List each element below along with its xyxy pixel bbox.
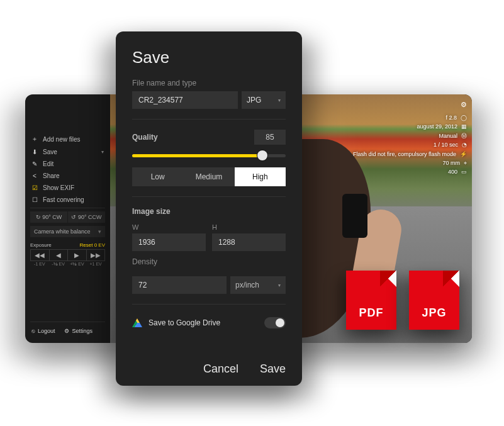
sidebar-item-label: Save (43, 149, 57, 155)
exposure-label: Exposure (30, 242, 52, 248)
lens-icon: ⌖ (464, 159, 467, 167)
image-size-label: Image size (132, 207, 286, 216)
calendar-icon: ▦ (461, 122, 467, 131)
exposure-stepper: ◀◀ ◀ ▶ ▶▶ (30, 249, 105, 261)
aperture-icon: ◯ (461, 113, 467, 122)
jpg-badge-label: JPG (409, 306, 459, 320)
quality-value[interactable]: 85 (254, 130, 286, 145)
exif-shutter: 1 / 10 sec (434, 140, 458, 149)
pdf-badge: PDF (346, 271, 396, 330)
divider (132, 304, 286, 305)
gear-icon: ⚙ (64, 328, 69, 334)
share-icon: < (31, 172, 38, 179)
sidebar-item-label: Fast convering (43, 196, 84, 203)
sidebar-item-fast-converting[interactable]: ☐ Fast convering (30, 194, 105, 206)
width-input[interactable] (132, 233, 206, 251)
ev-plus-third[interactable]: ▶ (68, 249, 87, 261)
rotate-ccw-button[interactable]: ↺ 90° CCW (67, 211, 105, 223)
density-label: Density (132, 257, 286, 266)
ev-minus-third[interactable]: ◀ (50, 249, 69, 261)
save-dialog: Save File name and type JPG ▾ Quality 85… (116, 31, 302, 386)
quality-high-button[interactable]: High (235, 167, 286, 186)
divider (30, 208, 105, 208)
download-icon: ⬇ (31, 149, 38, 155)
divider (30, 322, 105, 322)
exif-mode: Manual (439, 132, 457, 140)
filetype-value: JPG (247, 96, 261, 104)
slider-thumb[interactable] (257, 150, 267, 160)
cancel-button[interactable]: Cancel (203, 362, 238, 376)
quality-low-button[interactable]: Low (132, 167, 183, 186)
preview-settings-icon[interactable]: ⚙ (461, 101, 467, 109)
checkbox-empty-icon: ☐ (31, 196, 38, 203)
exif-date: august 29, 2012 (417, 122, 457, 131)
dialog-title: Save (132, 48, 286, 67)
filetype-select[interactable]: JPG ▾ (242, 91, 286, 109)
jpg-badge: JPG (409, 271, 459, 330)
exposure-labels: -1 EV -⅓ EV +⅓ EV +1 EV (30, 262, 105, 267)
pencil-icon: ✎ (31, 160, 38, 167)
chevron-down-icon: ▾ (101, 149, 104, 155)
exposure-reset[interactable]: Reset 0 EV (80, 242, 105, 248)
exif-overlay: f 2.8◯ august 29, 2012▦ ManualⓂ 1 / 10 s… (353, 113, 467, 177)
sidebar-item-label: Edit (43, 160, 53, 167)
quality-slider[interactable] (132, 150, 286, 161)
exif-fstop: f 2.8 (445, 113, 457, 122)
sidebar-item-add-files[interactable]: ＋ Add new files (30, 132, 105, 146)
exif-iso: 400 (448, 167, 457, 176)
sidebar: ＋ Add new files ⬇ Save ▾ ✎ Edit < Share … (25, 94, 110, 343)
density-unit-value: px/inch (235, 281, 259, 289)
filename-input[interactable] (132, 91, 238, 109)
mode-icon: Ⓜ (461, 132, 467, 140)
checkbox-checked-icon: ☑ (31, 184, 38, 191)
plus-icon: ＋ (31, 135, 38, 143)
logout-button[interactable]: ⎋Logout (31, 328, 55, 334)
google-drive-icon (132, 318, 142, 327)
sidebar-item-share[interactable]: < Share (30, 170, 105, 182)
filename-section-label: File name and type (132, 79, 286, 87)
gdrive-label: Save to Google Drive (148, 318, 258, 327)
quality-preset-segment: Low Medium High (132, 167, 286, 186)
height-label: H (212, 223, 286, 231)
sidebar-item-label: Show EXIF (43, 184, 74, 191)
density-unit-select[interactable]: px/inch ▾ (230, 276, 286, 294)
divider (132, 119, 286, 120)
sidebar-item-edit[interactable]: ✎ Edit (30, 158, 105, 170)
chevron-down-icon: ▾ (278, 283, 281, 288)
settings-button[interactable]: ⚙Settings (64, 328, 93, 334)
chevron-down-icon: ▾ (278, 98, 281, 103)
height-input[interactable] (212, 233, 286, 251)
flash-icon: ⚡ (460, 150, 467, 159)
sidebar-item-show-exif[interactable]: ☑ Show EXIF (30, 182, 105, 194)
sidebar-item-label: Add new files (43, 136, 80, 143)
pdf-badge-label: PDF (346, 306, 396, 320)
iso-icon: ▭ (461, 167, 467, 176)
save-button[interactable]: Save (260, 362, 286, 376)
width-label: W (132, 223, 206, 231)
exif-focal: 70 mm (442, 159, 460, 167)
rotate-controls: ↻ 90° CW ↺ 90° CCW (30, 211, 105, 223)
density-input[interactable] (132, 276, 227, 294)
sidebar-item-label: Share (43, 172, 60, 179)
exif-flash: Flash did not fire, compulsory flash mod… (353, 150, 456, 159)
quality-label: Quality (132, 133, 158, 142)
logout-icon: ⎋ (31, 328, 35, 334)
ev-plus-1[interactable]: ▶▶ (87, 249, 106, 261)
divider (132, 196, 286, 197)
quality-medium-button[interactable]: Medium (183, 167, 234, 186)
ev-minus-1[interactable]: ◀◀ (30, 249, 50, 261)
gdrive-toggle[interactable] (264, 317, 286, 328)
rotate-cw-button[interactable]: ↻ 90° CW (30, 211, 67, 223)
sidebar-item-save[interactable]: ⬇ Save ▾ (30, 146, 105, 158)
white-balance-select[interactable]: Camera white balance (30, 226, 105, 237)
clock-icon: ◔ (462, 140, 467, 149)
